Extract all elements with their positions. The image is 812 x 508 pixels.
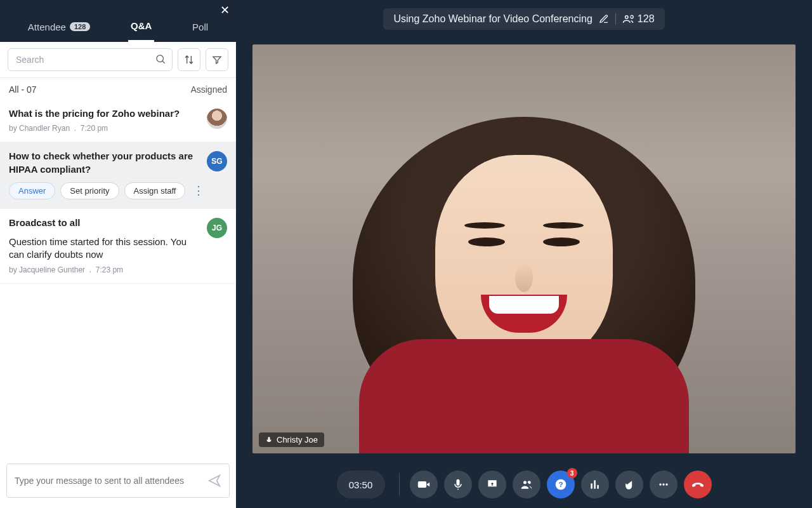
mic-icon <box>265 436 273 444</box>
attendee-count-badge: 128 <box>70 22 90 31</box>
broadcast-title: Broadcast to all <box>9 217 227 229</box>
tab-poll[interactable]: Poll <box>190 14 211 42</box>
search-input[interactable] <box>8 48 173 71</box>
tab-label: Q&A <box>131 20 152 31</box>
all-count: All - 07 <box>9 84 37 95</box>
broadcast-input[interactable] <box>15 476 207 486</box>
video-frame[interactable]: Christy Joe <box>252 44 796 453</box>
tab-attendee[interactable]: Attendee 128 <box>25 14 93 42</box>
qna-badge: 3 <box>567 468 577 478</box>
search-icon <box>155 53 166 65</box>
filter-button[interactable] <box>206 48 228 71</box>
assign-staff-button[interactable]: Assign staff <box>124 182 186 199</box>
svg-rect-8 <box>597 485 599 489</box>
tab-label: Attendee <box>28 22 66 32</box>
qna-toolbar <box>0 42 236 78</box>
speaker-name: Christy Joe <box>277 435 318 444</box>
end-call-button[interactable] <box>684 471 712 498</box>
author-avatar: SG <box>207 151 227 171</box>
answer-button[interactable]: Answer <box>9 182 55 199</box>
call-controls: 03:50 ? 3 <box>236 457 812 508</box>
more-options-button[interactable] <box>650 471 678 498</box>
svg-text:?: ? <box>558 480 563 488</box>
question-byline: by Chandler Ryan . 7:20 pm <box>9 124 227 133</box>
svg-point-10 <box>662 483 664 485</box>
speaker-name-tag: Christy Joe <box>259 432 324 447</box>
svg-point-9 <box>659 483 661 485</box>
question-item[interactable]: Broadcast to all Question time started f… <box>0 209 236 284</box>
question-list: What is the pricing for Zoho webinar? by… <box>0 100 236 456</box>
svg-line-1 <box>162 61 165 64</box>
tab-label: Poll <box>192 22 208 32</box>
question-byline: by Jacqueline Gunther . 7:23 pm <box>9 265 227 274</box>
polls-button[interactable] <box>581 471 609 498</box>
video-area: Christy Joe <box>236 38 812 457</box>
share-screen-button[interactable] <box>478 471 506 498</box>
svg-rect-6 <box>591 483 593 488</box>
message-composer <box>0 456 236 508</box>
edit-title-icon[interactable] <box>599 14 609 24</box>
webinar-title-bar: Using Zoho Webinar for Video Conferencin… <box>236 0 812 38</box>
question-text: What is the pricing for Zoho webinar? <box>9 107 227 120</box>
camera-button[interactable] <box>410 471 438 498</box>
author-avatar <box>207 109 227 129</box>
separator <box>615 13 616 25</box>
raise-hand-button[interactable] <box>615 471 643 498</box>
more-actions-icon[interactable]: ⋮ <box>190 184 207 197</box>
svg-rect-7 <box>594 480 596 488</box>
video-main: Using Zoho Webinar for Video Conferencin… <box>236 0 812 508</box>
separator <box>399 473 400 496</box>
title-pill: Using Zoho Webinar for Video Conferencin… <box>383 8 664 30</box>
send-icon[interactable] <box>207 474 221 488</box>
svg-point-11 <box>665 483 667 485</box>
qna-button[interactable]: ? 3 <box>547 471 575 498</box>
set-priority-button[interactable]: Set priority <box>60 182 119 199</box>
question-text: How to check whether your products are H… <box>9 150 227 176</box>
svg-point-2 <box>625 16 628 19</box>
sort-button[interactable] <box>178 48 200 71</box>
assigned-link[interactable]: Assigned <box>190 84 227 95</box>
question-text: Question time started for this session. … <box>9 236 227 262</box>
attendee-count[interactable]: 128 <box>622 13 655 25</box>
question-actions: Answer Set priority Assign staff ⋮ <box>9 182 227 199</box>
question-item[interactable]: How to check whether your products are H… <box>0 142 236 209</box>
tab-qna[interactable]: Q&A <box>128 14 154 42</box>
mic-button[interactable] <box>444 471 472 498</box>
question-item[interactable]: What is the pricing for Zoho webinar? by… <box>0 100 236 142</box>
call-timer: 03:50 <box>337 471 385 498</box>
svg-point-0 <box>157 55 164 62</box>
participants-button[interactable] <box>513 471 540 498</box>
svg-point-3 <box>523 481 527 484</box>
close-icon[interactable]: ✕ <box>218 4 231 17</box>
webinar-title: Using Zoho Webinar for Video Conferencin… <box>393 13 592 25</box>
author-avatar: JG <box>207 218 227 238</box>
speaker-illustration <box>346 98 702 453</box>
panel-tabs: Attendee 128 Q&A Poll <box>8 14 228 42</box>
list-meta: All - 07 Assigned <box>0 78 236 100</box>
qna-panel: ✕ Attendee 128 Q&A Poll <box>0 0 236 508</box>
panel-header: ✕ Attendee 128 Q&A Poll <box>0 0 236 42</box>
